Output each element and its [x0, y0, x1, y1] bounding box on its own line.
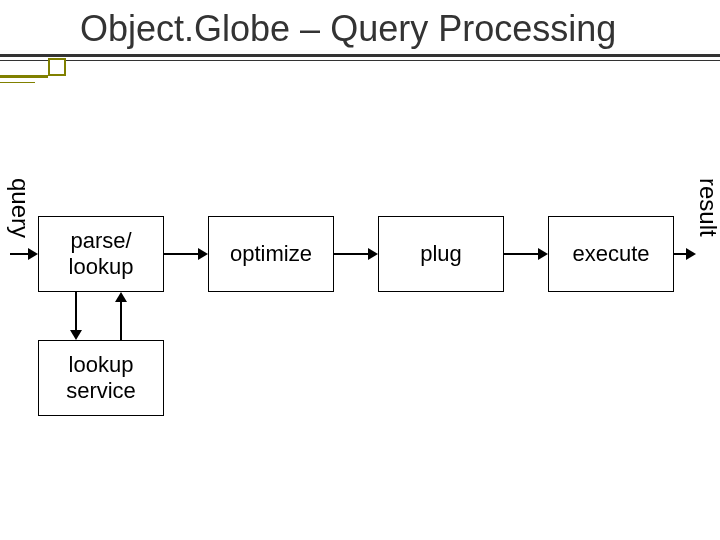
box-optimize: optimize [208, 216, 334, 292]
arrow-head-icon [686, 248, 696, 260]
arrow-head-icon [28, 248, 38, 260]
box-plug: plug [378, 216, 504, 292]
box-parse-lookup: parse/lookup [38, 216, 164, 292]
arrow-down [75, 292, 77, 332]
box-label: lookupservice [66, 352, 136, 405]
title-underline-thin [0, 60, 720, 61]
accent-line-thin [0, 82, 35, 83]
page-title: Object.Globe – Query Processing [80, 8, 720, 50]
arrow-head-icon [70, 330, 82, 340]
arrow-head-icon [198, 248, 208, 260]
title-area: Object.Globe – Query Processing [0, 8, 720, 50]
result-label: result [694, 178, 720, 237]
accent-line [0, 75, 48, 78]
arrow-1 [164, 253, 198, 255]
box-lookup-service: lookupservice [38, 340, 164, 416]
arrow-head-icon [538, 248, 548, 260]
title-underline [0, 54, 720, 57]
arrow-2 [334, 253, 368, 255]
box-label: plug [420, 241, 462, 267]
arrow-3 [504, 253, 538, 255]
box-label: parse/lookup [69, 228, 134, 281]
arrow-up [120, 300, 122, 340]
box-label: execute [572, 241, 649, 267]
query-label: query [6, 178, 34, 238]
arrow-query-in [10, 253, 28, 255]
arrow-head-icon [115, 292, 127, 302]
box-label: optimize [230, 241, 312, 267]
box-execute: execute [548, 216, 674, 292]
arrow-head-icon [368, 248, 378, 260]
bullet-icon [48, 58, 66, 76]
